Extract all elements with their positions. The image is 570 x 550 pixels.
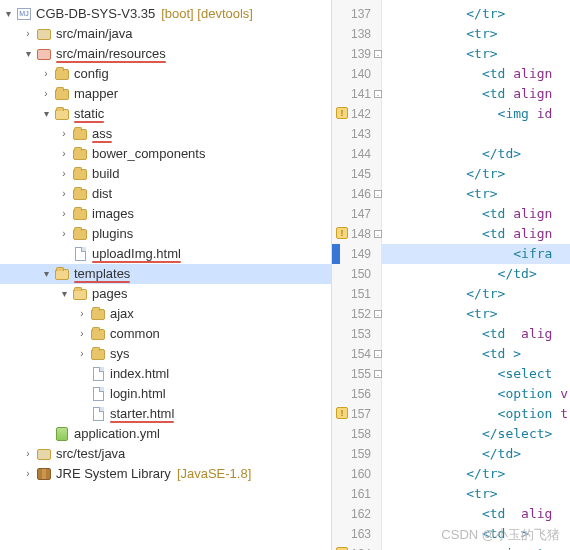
fold-icon[interactable]: - xyxy=(374,350,382,358)
chevron-right-icon[interactable]: › xyxy=(58,204,70,224)
gutter-line[interactable]: 161 xyxy=(332,484,381,504)
code-line[interactable]: </td> xyxy=(382,144,570,164)
chevron-right-icon[interactable]: › xyxy=(22,444,34,464)
code-line[interactable]: <td > xyxy=(382,344,570,364)
tree-item-common[interactable]: ›common xyxy=(0,324,331,344)
code-area[interactable]: </tr> <tr> <tr> <td align <td align <img… xyxy=(382,0,570,550)
code-line[interactable]: <select xyxy=(382,364,570,384)
gutter-line[interactable]: 141- xyxy=(332,84,381,104)
chevron-right-icon[interactable]: › xyxy=(40,64,52,84)
chevron-right-icon[interactable]: › xyxy=(58,164,70,184)
tree-item-mapper[interactable]: ›mapper xyxy=(0,84,331,104)
warning-icon[interactable]: ! xyxy=(336,107,348,119)
gutter-line[interactable]: 143 xyxy=(332,124,381,144)
tree-item-sys[interactable]: ›sys xyxy=(0,344,331,364)
gutter-line[interactable]: 147 xyxy=(332,204,381,224)
gutter-line[interactable]: 157! xyxy=(332,404,381,424)
gutter-line[interactable]: 163 xyxy=(332,524,381,544)
fold-icon[interactable]: - xyxy=(374,190,382,198)
tree-item-config[interactable]: ›config xyxy=(0,64,331,84)
gutter-line[interactable]: 140 xyxy=(332,64,381,84)
code-line[interactable]: </select> xyxy=(382,424,570,444)
tree-item-login-html[interactable]: login.html xyxy=(0,384,331,404)
tree-item-images[interactable]: ›images xyxy=(0,204,331,224)
tree-item-application-yml[interactable]: application.yml xyxy=(0,424,331,444)
gutter-line[interactable]: 144 xyxy=(332,144,381,164)
code-line[interactable]: <td alig xyxy=(382,504,570,524)
fold-icon[interactable]: - xyxy=(374,230,382,238)
tree-item-bower_components[interactable]: ›bower_components xyxy=(0,144,331,164)
gutter-line[interactable]: 152- xyxy=(332,304,381,324)
gutter-line[interactable]: 148!- xyxy=(332,224,381,244)
tree-item-static[interactable]: ▾static xyxy=(0,104,331,124)
tree-item-JRE System Library[interactable]: ›JRE System Library[JavaSE-1.8] xyxy=(0,464,331,484)
gutter-line[interactable]: 139- xyxy=(332,44,381,64)
chevron-down-icon[interactable]: ▾ xyxy=(40,264,52,284)
tree-item-src-test-java[interactable]: ›src/test/java xyxy=(0,444,331,464)
gutter-line[interactable]: 150 xyxy=(332,264,381,284)
gutter-line[interactable]: 153 xyxy=(332,324,381,344)
chevron-right-icon[interactable]: › xyxy=(58,144,70,164)
code-line[interactable]: </tr> xyxy=(382,464,570,484)
code-line[interactable]: <input xyxy=(382,544,570,550)
warning-icon[interactable]: ! xyxy=(336,407,348,419)
fold-icon[interactable]: - xyxy=(374,310,382,318)
warning-icon[interactable]: ! xyxy=(336,227,348,239)
code-line[interactable]: <td align xyxy=(382,204,570,224)
chevron-right-icon[interactable]: › xyxy=(58,184,70,204)
code-line[interactable]: <tr> xyxy=(382,44,570,64)
code-line[interactable]: </tr> xyxy=(382,164,570,184)
code-line[interactable]: <ifra xyxy=(382,244,570,264)
gutter-line[interactable]: 146- xyxy=(332,184,381,204)
tree-item-build[interactable]: ›build xyxy=(0,164,331,184)
project-root[interactable]: ▾ MJ CGB-DB-SYS-V3.35 [boot] [devtools] xyxy=(0,4,331,24)
tree-item-ass[interactable]: ›ass xyxy=(0,124,331,144)
gutter-line[interactable]: 164! xyxy=(332,544,381,550)
code-line[interactable]: <tr> xyxy=(382,184,570,204)
code-line[interactable]: </tr> xyxy=(382,4,570,24)
chevron-down-icon[interactable]: ▾ xyxy=(2,4,14,24)
fold-icon[interactable]: - xyxy=(374,90,382,98)
code-line[interactable]: <td align xyxy=(382,84,570,104)
tree-item-index-html[interactable]: index.html xyxy=(0,364,331,384)
tree-item-pages[interactable]: ▾pages xyxy=(0,284,331,304)
gutter-line[interactable]: 162 xyxy=(332,504,381,524)
tree-item-dist[interactable]: ›dist xyxy=(0,184,331,204)
gutter-line[interactable]: 158 xyxy=(332,424,381,444)
code-editor[interactable]: 137138139-140141-142!143144145146-147148… xyxy=(332,0,570,550)
gutter-line[interactable]: 151 xyxy=(332,284,381,304)
gutter-line[interactable]: 154- xyxy=(332,344,381,364)
chevron-right-icon[interactable]: › xyxy=(58,124,70,144)
fold-icon[interactable]: - xyxy=(374,370,382,378)
tree-item-ajax[interactable]: ›ajax xyxy=(0,304,331,324)
code-line[interactable]: <td align xyxy=(382,224,570,244)
code-line[interactable]: <img id xyxy=(382,104,570,124)
code-line[interactable]: <tr> xyxy=(382,484,570,504)
chevron-right-icon[interactable]: › xyxy=(22,24,34,44)
code-line[interactable]: </td> xyxy=(382,264,570,284)
gutter-line[interactable]: 149 xyxy=(332,244,381,264)
code-line[interactable]: <option t xyxy=(382,404,570,424)
tree-item-starter-html[interactable]: starter.html xyxy=(0,404,331,424)
code-line[interactable]: </tr> xyxy=(382,284,570,304)
code-line[interactable]: <td > xyxy=(382,524,570,544)
tree-item-uploadImg-html[interactable]: uploadImg.html xyxy=(0,244,331,264)
code-line[interactable]: <td alig xyxy=(382,324,570,344)
chevron-down-icon[interactable]: ▾ xyxy=(22,44,34,64)
project-explorer[interactable]: ▾ MJ CGB-DB-SYS-V3.35 [boot] [devtools] … xyxy=(0,0,332,550)
gutter-line[interactable]: 160 xyxy=(332,464,381,484)
gutter-line[interactable]: 156 xyxy=(332,384,381,404)
code-line[interactable]: <td align xyxy=(382,64,570,84)
code-line[interactable]: </td> xyxy=(382,444,570,464)
gutter-line[interactable]: 159 xyxy=(332,444,381,464)
gutter-line[interactable]: 137 xyxy=(332,4,381,24)
line-gutter[interactable]: 137138139-140141-142!143144145146-147148… xyxy=(332,0,382,550)
chevron-right-icon[interactable]: › xyxy=(76,344,88,364)
tree-item-src-main-java[interactable]: ›src/main/java xyxy=(0,24,331,44)
chevron-right-icon[interactable]: › xyxy=(58,224,70,244)
gutter-line[interactable]: 142! xyxy=(332,104,381,124)
code-line[interactable]: <option v xyxy=(382,384,570,404)
tree-item-templates[interactable]: ▾templates xyxy=(0,264,331,284)
chevron-down-icon[interactable]: ▾ xyxy=(40,104,52,124)
chevron-down-icon[interactable]: ▾ xyxy=(58,284,70,304)
